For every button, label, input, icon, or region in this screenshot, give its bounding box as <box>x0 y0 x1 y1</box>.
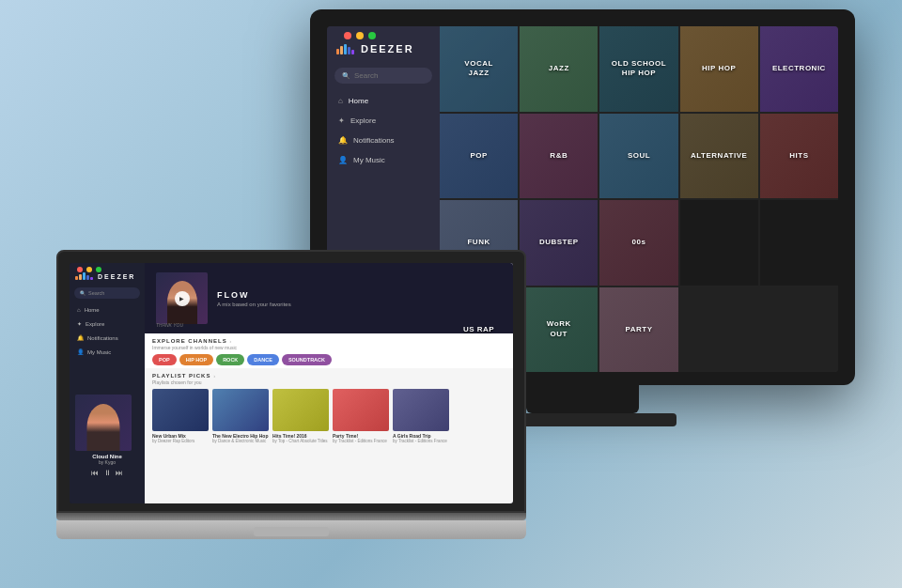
tv-nav-home-label: Home <box>349 97 368 105</box>
playlist-grid: New Urban Mix by Deezer Rap Editors The … <box>152 389 505 443</box>
genre-label-00s: 00s <box>632 238 646 247</box>
hero-flow-title: FLOW <box>217 290 291 300</box>
playlist-item-1[interactable]: New Urban Mix by Deezer Rap Editors <box>152 389 209 443</box>
laptop-nav-home-label: Home <box>85 307 100 313</box>
genre-tile-dubstep[interactable]: DUBSTEP <box>520 200 598 286</box>
tv-stand <box>526 385 639 413</box>
tv-search-box[interactable]: 🔍 <box>334 68 432 84</box>
laptop-album-art <box>75 395 132 451</box>
tv-dot-red <box>344 32 351 39</box>
laptop-logo-bars <box>75 272 93 280</box>
laptop-home-icon: ⌂ <box>77 307 81 313</box>
playlist-item-3[interactable]: Hits Time! 2016 by Top - Chart Absolute … <box>272 389 329 443</box>
tv-explore-icon: ✦ <box>338 116 345 125</box>
tv-home-icon: ⌂ <box>338 97 343 105</box>
tv-mymusic-icon: 👤 <box>338 156 348 164</box>
genre-tile-pop[interactable]: POP <box>440 114 518 199</box>
laptop-nav-home[interactable]: ⌂ Home <box>70 303 145 317</box>
genre-tile-alternative[interactable]: ALTERNATIVE <box>680 114 758 199</box>
genre-tile-hits[interactable]: HITS <box>760 114 838 199</box>
genre-label-rnb: R&B <box>550 151 568 161</box>
laptop-hero: ▶ FLOW A mix based on your favorites THA… <box>145 263 513 333</box>
playlist-thumb-3 <box>272 389 329 431</box>
album-figure <box>87 404 120 451</box>
channel-pill-dance[interactable]: DANCE <box>247 354 279 365</box>
laptop-hinge <box>56 513 526 520</box>
laptop-dot-yellow <box>86 267 92 272</box>
playlist-thumb-2 <box>212 389 269 431</box>
genre-tile-rnb[interactable]: R&B <box>520 114 598 199</box>
genre-tile-hip-hop[interactable]: HIP HOP <box>680 26 758 112</box>
genre-tile-electronic[interactable]: ELECTRONIC <box>760 26 838 112</box>
tv-logo-text: DEEZER <box>361 43 414 54</box>
laptop-base <box>56 520 526 539</box>
channel-pill-pop[interactable]: POP <box>152 354 177 365</box>
playlist-item-2[interactable]: The New Electro Hip Hop by Dance & Elect… <box>212 389 269 443</box>
laptop-nav-explore-label: Explore <box>86 321 104 327</box>
explore-channels-title: EXPLORE CHANNELS › <box>152 338 505 344</box>
playlist-item-4[interactable]: Party Time! by Tracklist - Editions Fran… <box>333 389 389 443</box>
genre-label-us-rap: US RAP <box>463 325 494 334</box>
genre-label-soul: SOUL <box>628 151 650 161</box>
laptop-sidebar: DEEZER 🔍 Search ⌂ Home ✦ Explore 🔔 Notif… <box>70 263 145 503</box>
playlist-thumb-5 <box>393 389 449 431</box>
laptop-play-button[interactable]: ⏸ <box>103 469 111 477</box>
laptop-screen-area: DEEZER 🔍 Search ⌂ Home ✦ Explore 🔔 Notif… <box>56 250 526 513</box>
genre-label-jazz: JAZZ <box>549 64 569 73</box>
laptop-traffic-lights <box>77 267 101 272</box>
playlist-artist-1: by Deezer Rap Editors <box>152 439 209 443</box>
genre-label-funk: FUNK <box>467 238 490 247</box>
genre-tile-empty2 <box>760 200 838 286</box>
laptop-nav-mymusic[interactable]: 👤 My Music <box>70 345 145 359</box>
genre-tile-vocal-jazz[interactable]: VOCAL JAZZ <box>440 26 518 112</box>
laptop-search-icon: 🔍 <box>80 290 86 296</box>
laptop-logo-text: DEEZER <box>98 273 135 280</box>
logo-bars <box>336 44 354 54</box>
laptop-nav-mymusic-label: My Music <box>87 349 111 355</box>
hero-play-button[interactable]: ▶ <box>175 291 190 306</box>
tv-nav-home[interactable]: ⌂ Home <box>327 91 440 111</box>
tv-search-input[interactable] <box>354 71 425 80</box>
channel-pill-hiphop[interactable]: HIP HOP <box>179 354 214 365</box>
laptop: DEEZER 🔍 Search ⌂ Home ✦ Explore 🔔 Notif… <box>56 250 526 569</box>
genre-label-pop: POP <box>470 151 487 161</box>
hero-subtitle: A mix based on your favorites <box>217 302 291 307</box>
tv-notifications-icon: 🔔 <box>338 136 348 145</box>
laptop-search-placeholder: Search <box>88 290 104 296</box>
playlist-artist-3: by Top - Chart Absolute Titles <box>272 439 329 443</box>
laptop-nav-explore[interactable]: ✦ Explore <box>70 317 145 331</box>
playlist-picks-subtitle: Playlists chosen for you <box>152 379 505 385</box>
channel-pill-rock[interactable]: ROCK <box>216 354 244 365</box>
genre-label-alternative: ALTERNATIVE <box>691 151 747 161</box>
playlist-artist-4: by Tracklist - Editions France <box>333 439 389 443</box>
hero-album-art: ▶ <box>156 272 208 324</box>
laptop-search-box[interactable]: 🔍 Search <box>74 287 140 299</box>
genre-tile-empty1 <box>680 200 758 286</box>
laptop-nav-notifications-label: Notifications <box>87 335 118 341</box>
laptop-explore-icon: ✦ <box>77 320 82 327</box>
laptop-nav-notifications[interactable]: 🔔 Notifications <box>70 331 145 345</box>
genre-tile-old-school[interactable]: OLD SCHOOL HIP HOP <box>599 26 677 112</box>
genre-tile-party[interactable]: PARTY <box>599 287 677 373</box>
laptop-next-button[interactable]: ⏭ <box>116 469 123 477</box>
explore-channels-section: EXPLORE CHANNELS › Immerse yourself in w… <box>145 333 513 368</box>
laptop-prev-button[interactable]: ⏮ <box>91 469 99 477</box>
laptop-dot-red <box>77 267 83 272</box>
tv-search-icon: 🔍 <box>342 72 350 80</box>
genre-tile-00s[interactable]: 00s <box>599 200 677 286</box>
tv-nav-notifications-label: Notifications <box>353 136 395 145</box>
channel-pills-list: POP HIP HOP ROCK DANCE SOUNDTRACK <box>152 354 505 365</box>
tv-nav-notifications[interactable]: 🔔 Notifications <box>327 131 440 150</box>
playlist-item-5[interactable]: A Girls Road Trip by Tracklist - Edition… <box>393 389 449 443</box>
channel-pill-soundtrack[interactable]: SOUNDTRACK <box>282 354 332 365</box>
playlist-picks-title: PLAYLIST PICKS › <box>152 373 505 379</box>
laptop-notifications-icon: 🔔 <box>77 334 84 341</box>
hero-text-block: FLOW A mix based on your favorites <box>217 290 291 307</box>
tv-nav-explore[interactable]: ✦ Explore <box>327 111 440 131</box>
genre-tile-soul[interactable]: SOUL <box>599 114 677 199</box>
genre-tile-jazz[interactable]: JAZZ <box>520 26 598 112</box>
playlist-artist-5: by Tracklist - Editions France <box>393 439 449 443</box>
genre-tile-workout[interactable]: WoRK OUT <box>520 287 598 373</box>
laptop-mymusic-icon: 👤 <box>77 348 84 355</box>
tv-nav-mymusic[interactable]: 👤 My Music <box>327 150 440 170</box>
